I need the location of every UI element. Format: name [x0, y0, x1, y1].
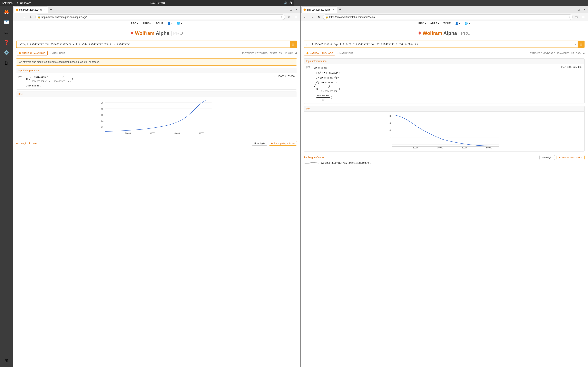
formula-frac1: 2564 855 3513 2564 855 351 x2 + x: [31, 75, 51, 83]
url-box-left[interactable]: 🔒 https://www.wolframalpha.com/input?i=(…: [35, 15, 285, 20]
wa-logo-divider-left: |: [171, 30, 172, 36]
math-content-left: plot (x √ 2564 855 3513 2564 855 351 x2 …: [18, 75, 272, 88]
ext-keyboard-btn-left[interactable]: EXTENDED KEYBOARD: [242, 52, 268, 54]
app-icon: ✦: [17, 1, 19, 4]
window-controls-left: — □ ×: [283, 7, 294, 12]
wa-content-left: ✸ WolframAlpha | PRO ☰ 🔶 NATURAL LANGUAG…: [13, 26, 294, 184]
tab-title-left: x*Sqrt[2564855351^3/(: [19, 8, 42, 11]
sidebar: 🦊 📧 🗂 ❓ ⚙️ 🗑 ⊞: [0, 6, 13, 184]
wa-alert-left: An attempt was made to fix mismatched pa…: [16, 58, 294, 66]
taskbar-right: 🔊 ⏻: [284, 1, 292, 4]
bookmark-icon-left[interactable]: ☆: [281, 16, 283, 18]
wa-plot-body-left: 1.0 0.8 0.6 0.4 0.2 20000 30000 40000 50…: [16, 97, 294, 137]
wa-footer-row-left: Arc length of curve More digits ▶ Step-b…: [13, 139, 294, 147]
svg-text:0.4: 0.4: [101, 120, 104, 122]
user-nav-left[interactable]: 👤 ▾: [167, 22, 173, 25]
wa-star-left: ✸: [130, 31, 134, 36]
taskbar: Activities ✦ Unknown Nov 5 22:48 🔊 ⏻: [0, 0, 294, 6]
svg-text:30000: 30000: [150, 132, 155, 134]
apps-label-left: APPS: [143, 22, 150, 25]
wa-search-input-left[interactable]: [17, 42, 290, 47]
browser-window-left: 🔶 x*Sqrt[2564855351^3/( × + — □ × ← → ↻ …: [13, 6, 294, 184]
apps-nav-left[interactable]: APPS ▾: [143, 22, 152, 25]
tab-close-left[interactable]: ×: [43, 8, 46, 11]
step-label-left: Step-by-step solution: [274, 142, 294, 145]
wa-search-submit-left[interactable]: ☰: [290, 41, 294, 48]
formula-minus: ) −: [72, 77, 75, 81]
wa-logo-alpha: Alpha: [156, 30, 169, 36]
formula-sqrt-sym: √: [29, 76, 31, 82]
url-text-left: https://www.wolframalpha.com/input?i=(x*: [42, 16, 280, 18]
app-name: Unknown: [20, 1, 31, 4]
forward-button-left[interactable]: →: [21, 14, 27, 20]
back-button-left[interactable]: ←: [15, 14, 20, 20]
wa-plot-title-left: Plot: [16, 92, 294, 97]
tour-nav-left[interactable]: TOUR: [156, 22, 163, 25]
math-plot-label-left: plot: [18, 75, 25, 78]
formula-frac2: x4 2564 855 3512 + x: [54, 75, 71, 83]
taskbar-datetime: Nov 5 22:48: [31, 1, 284, 4]
svg-text:40000: 40000: [174, 132, 180, 134]
wa-logo-pro-left: PRO: [173, 31, 183, 36]
wa-chart-left: 1.0 0.8 0.6 0.4 0.2 20000 30000 40000 50…: [17, 99, 294, 135]
logo-container-left: ✸ WolframAlpha | PRO: [17, 30, 294, 36]
math-input-btn-left[interactable]: ≡ MATH INPUT: [50, 52, 65, 54]
pro-label-left: PRO: [131, 22, 136, 25]
sidebar-icon-files[interactable]: 🗂: [2, 28, 11, 37]
shield-icon-left[interactable]: 🛡: [286, 14, 292, 20]
tab-favicon-left: 🔶: [16, 8, 18, 11]
formula-x-sqrt: (x: [26, 77, 28, 81]
svg-text:0.6: 0.6: [101, 114, 104, 116]
power-icon: ⏻: [289, 1, 292, 4]
mi-icon-left: ≡: [50, 52, 51, 54]
tab-bar-left: 🔶 x*Sqrt[2564855351^3/( × + — □ ×: [13, 6, 294, 13]
volume-icon: 🔊: [284, 1, 287, 4]
examples-btn-left[interactable]: EXAMPLES: [269, 52, 282, 54]
svg-text:0.8: 0.8: [101, 108, 104, 110]
activities-button[interactable]: Activities: [2, 1, 12, 4]
svg-text:0.2: 0.2: [101, 126, 104, 128]
sidebar-icon-firefox[interactable]: 🦊: [2, 7, 11, 17]
formula-const: 2564 855 351: [26, 83, 75, 88]
arc-length-label-left: Arc length of curve: [16, 142, 36, 145]
wa-plot-left: Plot 1.0 0.8 0.6 0.4 0.2 20000 30000 400…: [16, 92, 294, 137]
minimize-button-left[interactable]: —: [283, 7, 288, 12]
security-icon-left: 🔒: [38, 16, 41, 18]
math-display-left: plot (x √ 2564 855 3513 2564 855 351 x2 …: [18, 75, 294, 88]
step-icon-left: ▶: [271, 142, 273, 145]
more-digits-btn-left[interactable]: More digits: [252, 141, 267, 146]
pro-nav-left[interactable]: PRO ▾: [131, 22, 138, 25]
wa-logo-wolfram: Wolfram: [135, 30, 155, 36]
mi-label-left: MATH INPUT: [52, 52, 65, 54]
address-bar-left: ← → ↻ 🔒 https://www.wolframalpha.com/inp…: [13, 13, 294, 21]
svg-text:20000: 20000: [125, 132, 131, 134]
address-right-left: 🛡 ☰: [286, 14, 294, 20]
sidebar-icon-thunderbird[interactable]: 📧: [2, 17, 11, 27]
nl-label-left: NATURAL LANGUAGE: [22, 52, 45, 54]
svg-text:50000: 50000: [199, 132, 204, 134]
natural-language-btn-left[interactable]: 🔶 NATURAL LANGUAGE: [16, 51, 48, 55]
wa-section-body-input-left: plot (x √ 2564 855 3513 2564 855 351 x2 …: [16, 73, 294, 89]
wa-btn-row-left: 🔶 NATURAL LANGUAGE ≡ MATH INPUT EXTENDED…: [13, 50, 294, 56]
wa-footer-btns-left: More digits ▶ Step-by-step solution: [252, 141, 294, 146]
sidebar-icon-trash[interactable]: 🗑: [2, 58, 11, 68]
menu-button-left[interactable]: ☰: [293, 14, 294, 20]
wa-search-row-left: ☰: [16, 41, 294, 48]
formula-plus1: +: [52, 77, 53, 81]
maximize-button-left[interactable]: □: [288, 7, 294, 12]
upload-btn-left[interactable]: UPLOAD: [284, 52, 293, 54]
svg-text:1.0: 1.0: [101, 102, 104, 104]
step-by-step-btn-left[interactable]: ▶ Step-by-step solution: [269, 141, 294, 146]
math-formula-left: (x √ 2564 855 3513 2564 855 351 x2 + x +…: [26, 75, 75, 88]
nl-icon-left: 🔶: [18, 52, 21, 54]
main-area: 🔶 x*Sqrt[2564855351^3/( × + — □ × ← → ↻ …: [13, 6, 294, 184]
sidebar-icon-help[interactable]: ❓: [2, 38, 11, 47]
new-tab-button-left[interactable]: +: [48, 7, 54, 12]
tab-left-active[interactable]: 🔶 x*Sqrt[2564855351^3/( ×: [14, 7, 48, 13]
wa-section-title-input-left: Input interpretation: [16, 68, 294, 73]
sidebar-icon-settings[interactable]: ⚙️: [2, 48, 11, 58]
reload-button-left[interactable]: ↻: [28, 14, 34, 20]
wa-header-left: ✸ WolframAlpha | PRO: [13, 26, 294, 39]
globe-nav-left[interactable]: 🌐 ▾: [177, 22, 182, 25]
math-range-left: x = 10000 to 52000: [274, 75, 294, 78]
